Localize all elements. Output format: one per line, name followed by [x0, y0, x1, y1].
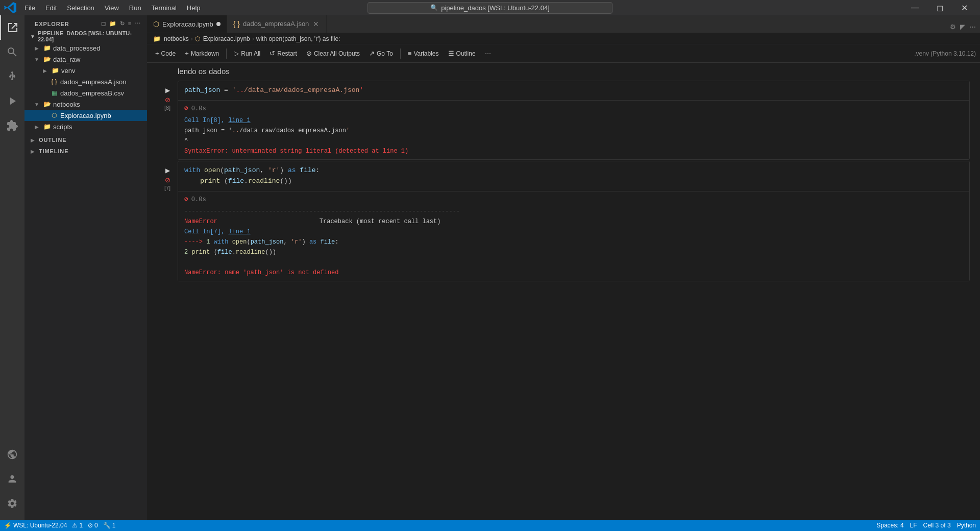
kernel-info[interactable]: .venv (Python 3.10.12): [914, 50, 976, 57]
menu-edit[interactable]: Edit: [40, 2, 62, 14]
file-tree: ▼ PIPELINE_DADOS [WSL: UBUNTU-22.04] ▶ 📁…: [24, 30, 147, 520]
clear-icon: ⊘: [306, 50, 312, 57]
activity-extensions[interactable]: [0, 113, 24, 138]
goto-button[interactable]: ↗ Go To: [365, 48, 397, 59]
more-button[interactable]: ⋯: [481, 49, 495, 59]
activity-remote[interactable]: [0, 442, 24, 467]
split-editor-button[interactable]: ◤: [958, 21, 967, 33]
cell-toolbar-delete[interactable]: 🗑: [957, 84, 968, 95]
search-bar[interactable]: 🔍 pipeline_dados [WSL: Ubuntu-22.04]: [368, 2, 612, 14]
menu-help[interactable]: Help: [182, 2, 206, 14]
sidebar-item-exploracao[interactable]: ⬡ Exploracao.ipynb: [24, 110, 147, 121]
add-markdown-button[interactable]: + Markdown: [181, 48, 223, 59]
cell-toolbar-more[interactable]: ⋯: [945, 84, 956, 95]
cell-toolbar-run-above[interactable]: ⏫: [896, 84, 907, 95]
activity-git[interactable]: [0, 64, 24, 89]
menu-run[interactable]: Run: [124, 2, 146, 14]
json-file-icon: { }: [50, 78, 58, 86]
cell-8-run-button[interactable]: ▶: [162, 85, 173, 96]
maximize-button[interactable]: ◻: [928, 0, 951, 15]
minimize-button[interactable]: —: [903, 0, 927, 15]
status-wsl[interactable]: ⚡ WSL: Ubuntu-22.04: [4, 522, 67, 529]
status-lf[interactable]: LF: [910, 522, 917, 529]
status-warnings[interactable]: ⚠ 1: [72, 522, 83, 529]
cell-toolbar-run-above[interactable]: ⏫: [896, 164, 907, 176]
more-actions-button[interactable]: ⋯: [967, 21, 978, 33]
sidebar-item-dados-json[interactable]: { } dados_empresaA.json: [24, 76, 147, 87]
cell-toolbar-more[interactable]: ⋯: [945, 164, 956, 176]
new-folder-icon[interactable]: 📁: [109, 20, 117, 27]
cell-8-left: ▶ ⊘ [8]: [157, 81, 178, 111]
gear-icon: [7, 498, 18, 509]
cell-toolbar-expand[interactable]: ⬜: [933, 84, 944, 95]
refresh-icon[interactable]: ↻: [120, 20, 125, 27]
cell-toolbar-run-below[interactable]: ⏬: [908, 84, 919, 95]
tree-label: notbooks: [53, 101, 80, 108]
breadcrumb-notbooks[interactable]: notbooks: [164, 35, 189, 42]
menu-terminal[interactable]: Terminal: [146, 2, 182, 14]
breadcrumb-file[interactable]: Exploracao.ipynb: [203, 35, 250, 42]
tab-settings-button[interactable]: ⚙: [948, 21, 958, 33]
new-file-icon[interactable]: ◻: [101, 20, 106, 27]
cell-toolbar-run-cell[interactable]: ▶: [920, 164, 932, 176]
titlebar: File Edit Selection View Run Terminal He…: [0, 0, 980, 15]
notebook-toolbar: + Code + Markdown ▷ Run All ↺ Restart ⊘ …: [147, 44, 980, 63]
outline-button[interactable]: ☰ Outline: [444, 48, 480, 59]
menu-view[interactable]: View: [100, 2, 124, 14]
menu-file[interactable]: File: [19, 2, 40, 14]
menu-selection[interactable]: Selection: [62, 2, 99, 14]
output-blank: [184, 257, 963, 268]
cell-toolbar-run-below[interactable]: ⏬: [908, 164, 919, 176]
clear-all-outputs-button[interactable]: ⊘ Clear All Outputs: [302, 48, 364, 59]
sidebar-header-icons: ◻ 📁 ↻ ≡ ⋯: [101, 20, 141, 27]
spaces-label: Spaces: 4: [876, 522, 903, 529]
sidebar-header: Explorer ◻ 📁 ↻ ≡ ⋯: [24, 15, 147, 30]
variables-button[interactable]: ≡ Variables: [404, 48, 443, 59]
cell-7-code[interactable]: with open(path_json, 'r') as file: print…: [178, 161, 969, 191]
cell-toolbar-expand[interactable]: ⬜: [933, 164, 944, 176]
sidebar-item-venv[interactable]: ▶ 📁 venv: [24, 65, 147, 76]
restart-button[interactable]: ↺ Restart: [265, 48, 301, 59]
tree-root[interactable]: ▼ PIPELINE_DADOS [WSL: UBUNTU-22.04]: [24, 30, 147, 42]
cell-toolbar-delete[interactable]: 🗑: [957, 164, 968, 176]
sidebar-item-scripts[interactable]: ▶ 📁 scripts: [24, 121, 147, 132]
timeline-header[interactable]: ▶ TIMELINE: [24, 146, 147, 157]
titlebar-controls: — ◻ ✕: [903, 0, 976, 15]
status-errors[interactable]: ⊘ 0: [88, 522, 98, 529]
activity-search[interactable]: [0, 40, 24, 64]
status-language[interactable]: Python: [957, 522, 976, 529]
tree-label: venv: [61, 67, 75, 75]
cell-7-number: [7]: [164, 185, 170, 191]
run-all-button[interactable]: ▷ Run All: [230, 48, 264, 59]
section-heading: lendo os dados: [147, 63, 980, 80]
more-actions-icon[interactable]: ⋯: [135, 20, 141, 27]
outline-header[interactable]: ▶ OUTLINE: [24, 134, 147, 146]
close-button[interactable]: ✕: [952, 0, 976, 15]
sidebar-item-dados-csv[interactable]: ▦ dados_empresaB.csv: [24, 87, 147, 99]
main-container: Explorer ◻ 📁 ↻ ≡ ⋯ ▼ PIPELINE_DADOS [WSL…: [0, 15, 980, 520]
cell-8-code[interactable]: path_json = '../data_raw/dados_empresaA.…: [178, 81, 969, 100]
tab-close-icon[interactable]: ✕: [312, 20, 320, 28]
cell-7-run-button[interactable]: ▶: [162, 165, 173, 176]
cell-7-left: ▶ ⊘ [7]: [157, 161, 178, 191]
cell-toolbar-run-cell[interactable]: ▶: [920, 84, 932, 95]
add-code-button[interactable]: + Code: [151, 48, 180, 59]
sidebar-item-data-processed[interactable]: ▶ 📁 data_processed: [24, 42, 147, 54]
cell-8-output: ⊘ 0.0s Cell In[8], line 1 path_json = '.…: [178, 100, 969, 160]
collapse-icon[interactable]: ≡: [128, 20, 132, 27]
activity-settings[interactable]: [0, 491, 24, 516]
activity-explorer[interactable]: [0, 15, 24, 40]
activity-accounts[interactable]: [0, 467, 24, 491]
tab-dados-json[interactable]: { } dados_empresaA.json ✕: [227, 15, 327, 33]
sidebar: Explorer ◻ 📁 ↻ ≡ ⋯ ▼ PIPELINE_DADOS [WSL…: [24, 15, 147, 520]
activity-run[interactable]: [0, 89, 24, 113]
sidebar-item-data-raw[interactable]: ▼ 📂 data_raw: [24, 54, 147, 65]
tab-exploracao[interactable]: ⬡ Exploracao.ipynb: [147, 15, 227, 33]
breadcrumb-context[interactable]: with open(path_json, 'r') as file:: [256, 35, 340, 42]
outline-label: OUTLINE: [39, 137, 66, 143]
status-spaces[interactable]: Spaces: 4: [876, 522, 903, 529]
status-info[interactable]: 🔧 1: [103, 522, 116, 529]
folder-icon: 📁: [43, 44, 51, 52]
status-cell-count[interactable]: Cell 3 of 3: [923, 522, 951, 529]
sidebar-item-notbooks[interactable]: ▼ 📂 notbooks: [24, 99, 147, 110]
